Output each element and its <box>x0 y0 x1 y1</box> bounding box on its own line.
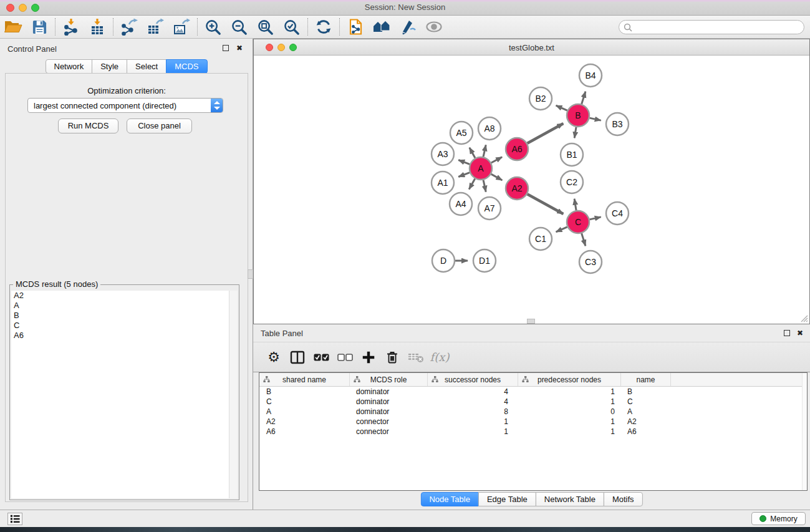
table-row[interactable]: Cdominator41C <box>259 397 807 407</box>
column-header-predecessor-nodes[interactable]: predecessor nodes <box>518 373 621 386</box>
graph-node-D1[interactable]: D1 <box>473 249 496 272</box>
result-list-item[interactable]: A <box>11 301 229 311</box>
optimization-dropdown[interactable]: largest connected component (directed) <box>27 98 223 113</box>
tab-style[interactable]: Style <box>92 59 127 74</box>
graph-node-B2[interactable]: B2 <box>529 87 552 110</box>
graph-node-D[interactable]: D <box>432 249 455 272</box>
close-panel-icon[interactable]: ✖ <box>236 44 243 52</box>
edge-A-A7[interactable] <box>483 180 486 192</box>
result-list-item[interactable]: B <box>11 311 229 321</box>
export-table-button[interactable] <box>142 17 168 37</box>
table-row[interactable]: A2connector11A2 <box>259 417 807 427</box>
zoom-selected-button[interactable] <box>279 17 305 37</box>
run-mcds-button[interactable]: Run MCDS <box>58 118 118 133</box>
result-list-item[interactable]: A2 <box>11 291 229 301</box>
graph-node-B[interactable]: B <box>567 104 589 127</box>
search-input[interactable] <box>635 23 804 32</box>
table-scrollbar[interactable] <box>802 373 807 490</box>
table-close-icon[interactable]: ✖ <box>797 329 803 337</box>
edge-A6-B[interactable] <box>528 123 564 143</box>
edge-C-C3[interactable] <box>582 233 586 246</box>
function-builder-button[interactable]: f(x) <box>428 347 451 368</box>
graph-node-C[interactable]: C <box>567 211 589 233</box>
table-settings-button[interactable]: ⚙ <box>262 347 286 368</box>
deselect-all-columns-button[interactable] <box>333 347 357 368</box>
window-resize-grip[interactable] <box>799 314 808 322</box>
graph-node-A4[interactable]: A4 <box>450 193 472 215</box>
edge-A-A8[interactable] <box>483 145 486 157</box>
tab-motifs[interactable]: Motifs <box>604 492 643 506</box>
edge-A2-C[interactable] <box>528 194 564 214</box>
select-all-columns-button[interactable] <box>309 347 333 368</box>
column-header-successor-nodes[interactable]: successor nodes <box>428 373 518 386</box>
edge-C-C2[interactable] <box>574 199 576 211</box>
result-list-scrollbar[interactable] <box>229 291 238 498</box>
graph-node-C3[interactable]: C3 <box>579 251 602 273</box>
graph-node-A3[interactable]: A3 <box>432 143 454 165</box>
column-header-shared-name[interactable]: shared name <box>259 373 350 386</box>
import-table-button[interactable] <box>84 17 110 37</box>
horizontal-splitter-grip[interactable] <box>527 319 535 324</box>
column-header-MCDS-role[interactable]: MCDS role <box>350 373 428 386</box>
delete-table-button[interactable] <box>404 347 428 368</box>
edge-A-A1[interactable] <box>458 173 470 177</box>
delete-column-button[interactable] <box>380 347 404 368</box>
close-panel-button[interactable]: Close panel <box>127 118 192 133</box>
network-canvas[interactable]: B4B2BB3A5A8A6B1A3AC2A1A2A4A7C4CC1C3DD1 <box>254 56 809 324</box>
graph-node-A7[interactable]: A7 <box>478 197 501 220</box>
save-session-button[interactable] <box>26 17 52 37</box>
graph-node-B4[interactable]: B4 <box>579 64 602 87</box>
graph-node-A5[interactable]: A5 <box>450 122 473 144</box>
graph-node-C2[interactable]: C2 <box>561 171 583 193</box>
edge-A-A6[interactable] <box>491 157 502 163</box>
table-row[interactable]: Bdominator41B <box>259 387 807 397</box>
result-list-item[interactable]: C <box>11 321 229 331</box>
memory-button[interactable]: Memory <box>751 512 806 525</box>
result-list-item[interactable]: A6 <box>11 331 229 341</box>
table-float-icon[interactable] <box>784 330 790 336</box>
table-row[interactable]: A6connector11A6 <box>259 427 807 437</box>
edge-C-C4[interactable] <box>590 217 601 220</box>
show-column-panel-button[interactable] <box>286 347 309 368</box>
edge-B-B2[interactable] <box>556 105 567 110</box>
edge-A-A2[interactable] <box>491 174 503 180</box>
float-panel-icon[interactable] <box>223 45 229 51</box>
mcds-result-list[interactable]: A2ABCA6 <box>11 291 229 498</box>
zoom-fit-button[interactable] <box>253 17 279 37</box>
import-network-button[interactable] <box>58 17 84 37</box>
graph-node-A6[interactable]: A6 <box>506 138 528 160</box>
graph-node-A1[interactable]: A1 <box>432 172 454 194</box>
paint-style-button[interactable] <box>395 17 421 37</box>
open-session-button[interactable] <box>0 17 26 37</box>
edge-B-B4[interactable] <box>582 92 586 104</box>
zoom-out-button[interactable] <box>226 17 253 37</box>
create-column-button[interactable] <box>357 347 380 368</box>
edge-A-A3[interactable] <box>458 160 470 165</box>
graph-node-B1[interactable]: B1 <box>561 143 583 166</box>
tab-network[interactable]: Network <box>45 59 92 74</box>
export-network-button[interactable] <box>116 17 142 37</box>
home-button[interactable] <box>369 17 395 37</box>
task-history-button[interactable] <box>7 513 22 525</box>
network-window-titlebar[interactable]: testGlobe.txt <box>254 39 809 56</box>
graph-node-B3[interactable]: B3 <box>606 113 629 135</box>
edge-B-B1[interactable] <box>574 127 576 138</box>
show-hide-button[interactable] <box>421 17 447 37</box>
graph-node-A2[interactable]: A2 <box>506 177 528 200</box>
zoom-in-button[interactable] <box>200 17 226 37</box>
search-box[interactable] <box>619 20 804 34</box>
graph-node-A8[interactable]: A8 <box>478 117 501 140</box>
refresh-button[interactable] <box>311 17 337 37</box>
graph-node-A[interactable]: A <box>470 157 492 180</box>
graph-node-C1[interactable]: C1 <box>529 228 552 250</box>
vertical-splitter-grip[interactable] <box>248 269 253 279</box>
edge-C-C1[interactable] <box>556 227 567 232</box>
cybrowser-button[interactable] <box>342 17 369 37</box>
tab-network-table[interactable]: Network Table <box>536 492 604 506</box>
table-row[interactable]: Adominator80A <box>259 407 807 417</box>
edge-A-A5[interactable] <box>470 148 475 158</box>
graph-node-C4[interactable]: C4 <box>606 202 629 225</box>
tab-mcds[interactable]: MCDS <box>166 59 207 74</box>
column-header-name[interactable]: name <box>621 373 671 386</box>
export-image-button[interactable] <box>168 17 195 37</box>
